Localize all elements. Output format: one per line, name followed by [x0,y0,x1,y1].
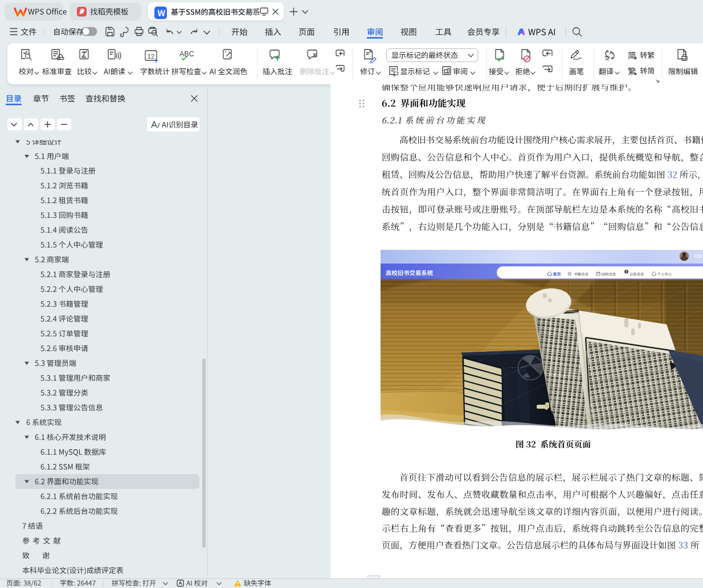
svg-text:A: A [610,50,614,56]
svg-text:12: 12 [148,53,155,60]
